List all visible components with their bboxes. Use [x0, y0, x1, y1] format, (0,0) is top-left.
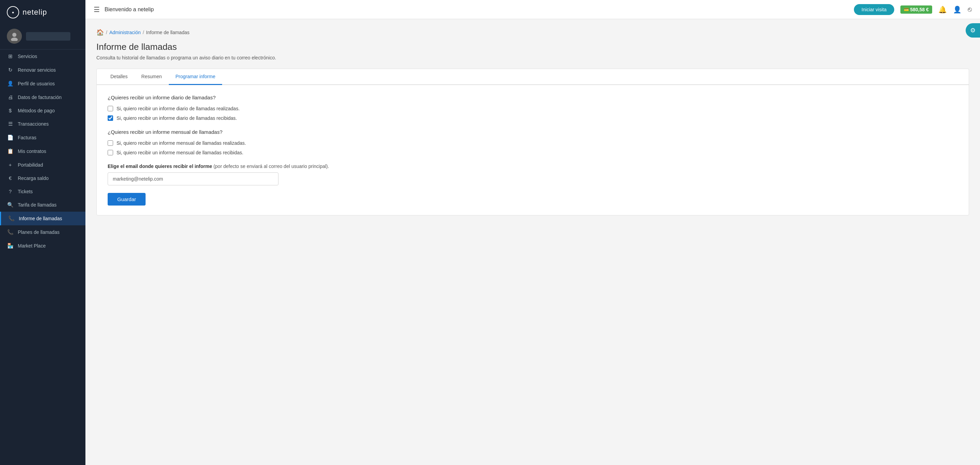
tickets-icon: ?: [7, 189, 14, 194]
sidebar-item-label: Informe de llamadas: [19, 216, 62, 221]
cb-daily-out-label: Si, quiero recibir un informe diario de …: [116, 106, 240, 111]
main-area: ☰ Bienvenido a netelip Iniciar visita 💳 …: [86, 0, 980, 465]
user-icon[interactable]: 👤: [953, 5, 961, 14]
sidebar-profile: [0, 25, 86, 49]
breadcrumb-current: Informe de llamadas: [146, 30, 189, 35]
content-area: 🏠 / Administración / Informe de llamadas…: [86, 19, 980, 465]
sidebar-item-informe[interactable]: 📞 Informe de llamadas: [0, 212, 86, 225]
cb-monthly-in[interactable]: [108, 150, 113, 156]
logo-circle: ●: [7, 6, 19, 18]
sidebar-item-facturas[interactable]: 📄 Facturas: [0, 131, 86, 144]
sidebar-item-renovar[interactable]: ↻ Renovar servicios: [0, 63, 86, 77]
topbar-left: ☰ Bienvenido a netelip: [94, 5, 154, 14]
email-input[interactable]: [108, 172, 278, 186]
sidebar-item-label: Recarga saldo: [18, 176, 49, 181]
sidebar-item-metodos[interactable]: $ Métodos de pago: [0, 104, 86, 117]
hamburger-icon[interactable]: ☰: [94, 5, 100, 14]
servicios-icon: ⊞: [7, 53, 14, 59]
transacciones-icon: ☰: [7, 121, 14, 127]
cb-daily-out[interactable]: [108, 106, 113, 111]
sidebar-item-label: Facturas: [18, 135, 36, 140]
avatar: [7, 29, 22, 44]
svg-point-0: [12, 33, 16, 37]
tab-detalles[interactable]: Detalles: [103, 69, 135, 85]
planes-icon: 📞: [7, 229, 14, 235]
logo: ● netelip: [0, 0, 86, 25]
cb-daily-in[interactable]: [108, 116, 113, 121]
iniciar-visita-button[interactable]: Iniciar visita: [854, 4, 894, 15]
breadcrumb-sep1: /: [106, 30, 107, 35]
guardar-button[interactable]: Guardar: [108, 193, 146, 206]
tarifa-icon: 🔍: [7, 202, 14, 208]
sidebar: ● netelip (function() { const data2 = JS…: [0, 0, 86, 465]
sidebar-item-label: Datos de facturación: [18, 95, 62, 100]
sidebar-nav: (function() { const data2 = JSON.parse(d…: [0, 49, 86, 252]
facturas-icon: 📄: [7, 135, 14, 141]
email-label-normal: (por defecto se enviará al correo del us…: [212, 163, 329, 169]
sidebar-search-input[interactable]: [26, 32, 70, 41]
breadcrumb-admin-link[interactable]: Administración: [109, 30, 141, 35]
cb-monthly-out-row: Si, quiero recibir un informe mensual de…: [108, 140, 958, 146]
sidebar-item-tarifa[interactable]: 🔍 Tarifa de llamadas: [0, 198, 86, 212]
email-label: Elige el email donde quieres recibir el …: [108, 163, 958, 169]
topbar: ☰ Bienvenido a netelip Iniciar visita 💳 …: [86, 0, 980, 19]
breadcrumb-sep2: /: [143, 30, 144, 35]
sidebar-item-marketplace[interactable]: 🏪 Market Place: [0, 239, 86, 252]
sidebar-item-label: Planes de llamadas: [18, 229, 59, 235]
balance-badge: 💳 580,58 €: [900, 5, 932, 14]
sidebar-item-label: Métodos de pago: [18, 108, 55, 113]
sidebar-item-label: Portabilidad: [18, 162, 43, 168]
metodos-icon: $: [7, 108, 14, 113]
sidebar-item-label: Perfil de usuarios: [18, 81, 55, 86]
marketplace-icon: 🏪: [7, 243, 14, 249]
facturacion-icon: 🖨: [7, 94, 14, 100]
balance-amount: 580,58 €: [910, 7, 929, 12]
recarga-icon: €: [7, 175, 14, 181]
breadcrumb: 🏠 / Administración / Informe de llamadas: [96, 29, 969, 36]
sidebar-item-tickets[interactable]: ? Tickets: [0, 185, 86, 198]
topbar-right: Iniciar visita 💳 580,58 € 🔔 👤 ⎋: [854, 4, 972, 15]
cb-monthly-out-label: Si, quiero recibir un informe mensual de…: [116, 140, 246, 146]
perfil-icon: 👤: [7, 81, 14, 87]
sidebar-item-planes[interactable]: 📞 Planes de llamadas: [0, 225, 86, 239]
logo-text: netelip: [22, 8, 47, 17]
settings-gear-button[interactable]: ⚙: [966, 23, 980, 38]
cb-daily-in-row: Si, quiero recibir un informe diario de …: [108, 116, 958, 121]
portabilidad-icon: +: [7, 162, 14, 168]
topbar-title: Bienvenido a netelip: [105, 6, 154, 13]
tab-resumen[interactable]: Resumen: [135, 69, 169, 85]
tab-content-programar: ¿Quieres recibir un informe diario de ll…: [97, 85, 969, 215]
sidebar-item-label: Renovar servicios: [18, 67, 56, 73]
email-label-bold: Elige el email donde quieres recibir el …: [108, 163, 212, 169]
renovar-icon: ↻: [7, 67, 14, 73]
cb-daily-out-row: Si, quiero recibir un informe diario de …: [108, 106, 958, 111]
sidebar-item-label: Mis contratos: [18, 149, 46, 154]
q-daily: ¿Quieres recibir un informe diario de ll…: [108, 95, 958, 100]
page-subtitle: Consulta tu historial de llamadas o prog…: [96, 55, 969, 60]
sidebar-item-label: Servicios: [18, 54, 37, 59]
contratos-icon: 📋: [7, 148, 14, 154]
logout-icon[interactable]: ⎋: [968, 5, 972, 13]
sidebar-item-label: Tickets: [18, 189, 33, 194]
cb-monthly-out[interactable]: [108, 140, 113, 146]
sidebar-item-recarga[interactable]: € Recarga saldo: [0, 171, 86, 185]
tab-programar[interactable]: Programar informe: [169, 69, 223, 85]
card-icon: 💳: [904, 7, 909, 12]
svg-point-1: [11, 38, 18, 41]
sidebar-item-contratos[interactable]: 📋 Mis contratos: [0, 144, 86, 158]
tabs-container: Detalles Resumen Programar informe: [97, 69, 969, 85]
main-card: Detalles Resumen Programar informe ¿Quie…: [96, 68, 969, 216]
cb-monthly-in-label: Si, quiero recibir un informe mensual de…: [116, 150, 243, 156]
notification-icon[interactable]: 🔔: [938, 5, 947, 14]
cb-daily-in-label: Si, quiero recibir un informe diario de …: [116, 116, 237, 121]
sidebar-item-label: Tarifa de llamadas: [18, 202, 57, 208]
sidebar-item-facturacion[interactable]: 🖨 Datos de facturación: [0, 90, 86, 104]
sidebar-item-servicios[interactable]: ⊞ Servicios: [0, 49, 86, 63]
sidebar-item-portabilidad[interactable]: + Portabilidad: [0, 158, 86, 171]
home-icon[interactable]: 🏠: [96, 29, 104, 36]
sidebar-item-transacciones[interactable]: ☰ Transacciones: [0, 117, 86, 131]
q-monthly: ¿Quieres recibir un informe mensual de l…: [108, 129, 958, 135]
sidebar-item-perfil[interactable]: 👤 Perfil de usuarios: [0, 77, 86, 90]
cb-monthly-in-row: Si, quiero recibir un informe mensual de…: [108, 150, 958, 156]
sidebar-item-label: Market Place: [18, 243, 46, 249]
